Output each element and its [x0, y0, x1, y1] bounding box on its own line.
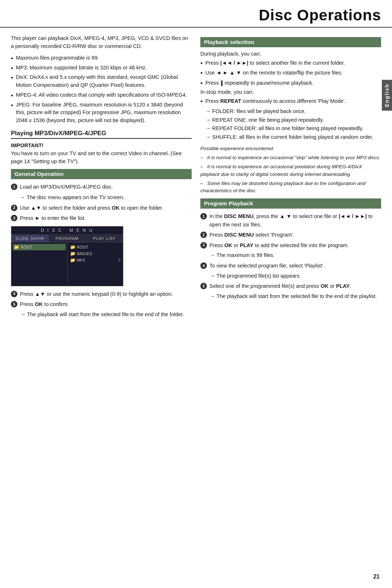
step-num-5: 5 — [11, 301, 17, 307]
disc-menu-body: 📁 ROOT 📁 ROOT 📁 IMAGES — [11, 242, 123, 286]
prog-arrow-5: The playback will start from the selecte… — [210, 293, 381, 301]
repeat-arrow-2: → REPEAT ONE: one file being played repe… — [205, 116, 381, 124]
step-num-3: 3 — [11, 215, 17, 221]
disc-menu-item-mp3: 📁 MP3 2 — [69, 257, 122, 263]
possible-experience-section: Possible experience encountered: – It is… — [200, 145, 381, 195]
list-item: DivX: DivX4.x and 5.x comply with this s… — [11, 73, 192, 89]
repeat-list: Press REPEAT continuously to access diff… — [200, 97, 381, 105]
important-text: You have to turn on your TV and set to t… — [11, 150, 192, 166]
disc-menu-item-root2: 📁 ROOT — [69, 244, 122, 250]
during-bullet-2: Use ◄ ► ▲ ▼ on the remote to rotate/flip… — [200, 69, 381, 77]
list-item: Maximum files programmable is 99. — [11, 54, 192, 62]
step-num-1: 1 — [11, 184, 17, 190]
step-5: 5 Press OK to confirm. — [11, 300, 192, 308]
side-tab-english: English — [382, 80, 392, 111]
disc-menu-tabs: SLIDE SHOW PROGRAM PLAY LIST — [11, 235, 123, 242]
prog-step-2: 2 Press DISC MENU select 'Program'. — [200, 231, 381, 239]
prog-step-5-arrow: The playback will start from the selecte… — [200, 293, 381, 301]
step-1: 1 Load an MP3/DivX/MPEG-4/JPEG disc. — [11, 183, 192, 191]
folder-icon: 📁 — [70, 251, 75, 256]
prog-arrow-4: The programmed file(s) list appears. — [210, 272, 381, 280]
general-operation-bar: General Operation — [11, 169, 192, 179]
prog-step-5: 5 Select one of the programmed file(s) a… — [200, 282, 381, 290]
step-2: 2 Use ▲▼ to select the folder and press … — [11, 204, 192, 212]
disc-menu-col2: 📁 ROOT 📁 IMAGES 📁 MP3 2 — [68, 242, 123, 286]
disc-menu-title: D I S C M E N U — [11, 226, 123, 235]
col-right: Playback selection During playback, you … — [200, 34, 381, 321]
repeat-arrow-1: → FOLDER: files will be played back once… — [205, 108, 381, 116]
prog-step-num-3: 3 — [200, 242, 207, 249]
prog-step-3-arrow: The maximum is 99 files. — [200, 251, 381, 259]
folder-icon: 📁 — [70, 245, 75, 250]
possible-label: Possible experience encountered: — [200, 145, 381, 153]
disc-menu-visual: D I S C M E N U SLIDE SHOW PROGRAM PLAY … — [11, 226, 123, 286]
page-number: 21 — [373, 573, 380, 580]
disc-menu-col1: 📁 ROOT — [11, 242, 68, 286]
italic-item-2: – It is normal to experience an occasion… — [200, 163, 381, 178]
step-3: 3 Press ► to enter the file list. — [11, 214, 192, 222]
disc-menu-item-images: 📁 IMAGES — [69, 250, 122, 257]
prog-step-4: 4 To view the selected program file, sel… — [200, 262, 381, 270]
repeat-item: Press REPEAT continuously to access diff… — [200, 97, 381, 105]
steps-after-menu-list: 4 Press ▲▼ or use the numeric keypad (0-… — [11, 290, 192, 319]
prog-step-num-1: 1 — [200, 213, 207, 220]
prog-step-1: 1 In the DISC MENU, press the ▲ ▼ to sel… — [200, 212, 381, 229]
step-num-2: 2 — [11, 205, 17, 211]
during-playback-text: During playback, you can; — [200, 51, 381, 57]
content-area: This player can playback DivX, MPEG-4, M… — [0, 28, 392, 328]
folder-icon: 📁 — [14, 245, 19, 250]
prog-step-4-arrow: The programmed file(s) list appears. — [200, 272, 381, 280]
playback-selection-bar: Playback selection — [200, 37, 381, 47]
during-bullets-list: Press |◄◄ / ►►| to select another file i… — [200, 59, 381, 87]
disc-menu-tab-program: PROGRAM — [49, 235, 86, 242]
prog-step-num-4: 4 — [200, 262, 207, 269]
list-item: MPEG-4: All video codecs that comply wit… — [11, 91, 192, 99]
step-1-arrow: The disc menu appears on the TV screen. — [11, 193, 192, 202]
disc-menu-item-root1: 📁 ROOT — [13, 244, 66, 250]
repeat-arrow-3: → REPEAT FOLDER: all files in one folder… — [205, 125, 381, 133]
program-steps-list: 1 In the DISC MENU, press the ▲ ▼ to sel… — [200, 212, 381, 300]
col-left: This player can playback DivX, MPEG-4, M… — [11, 34, 192, 321]
prog-step-3: 3 Press OK or PLAY to add the selected f… — [200, 241, 381, 249]
page-container: Disc Operations English This player can … — [0, 0, 392, 588]
prog-step-num-2: 2 — [200, 231, 207, 238]
important-label: IMPORTANT! — [11, 142, 192, 148]
disc-menu-tab-slideshow: SLIDE SHOW — [11, 235, 49, 242]
playing-section-heading: Playing MP3/DivX/MPEG-4/JPEG — [11, 130, 192, 139]
during-bullet-1: Press |◄◄ / ►►| to select another file i… — [200, 59, 381, 67]
prog-step-num-5: 5 — [200, 283, 207, 289]
general-steps-list: 1 Load an MP3/DivX/MPEG-4/JPEG disc. The… — [11, 183, 192, 222]
step-4: 4 Press ▲▼ or use the numeric keypad (0-… — [11, 290, 192, 298]
list-item: JPEG: For baseline JPEG, maximum resolut… — [11, 101, 192, 125]
prog-arrow-3: The maximum is 99 files. — [210, 251, 381, 259]
step-num-4: 4 — [11, 291, 17, 297]
in-stop-mode-text: In stop mode, you can; — [200, 89, 381, 95]
intro-text: This player can playback DivX, MPEG-4, M… — [11, 34, 192, 51]
page-title: Disc Operations — [259, 7, 381, 24]
repeat-arrow-4: → SHUFFLE: all files in the current fold… — [205, 133, 381, 141]
title-bar: Disc Operations — [0, 0, 392, 28]
during-bullet-3: Press ‖ repeatedly to pause/resume playb… — [200, 79, 381, 87]
folder-icon: 📁 — [70, 258, 75, 263]
italic-item-3: – Some files may be distorted during pla… — [200, 180, 381, 195]
italic-item-1: – It is normal to experience an occasion… — [200, 154, 381, 162]
step-5-arrow: The playback will start from the selecte… — [11, 311, 192, 319]
program-playback-bar: Program Playback — [200, 198, 381, 209]
bullet-list: Maximum files programmable is 99. MP3: M… — [11, 54, 192, 125]
list-item: MP3: Maximum supported bitrate is 320 kb… — [11, 64, 192, 72]
disc-menu-tab-playlist: PLAY LIST — [86, 235, 123, 242]
